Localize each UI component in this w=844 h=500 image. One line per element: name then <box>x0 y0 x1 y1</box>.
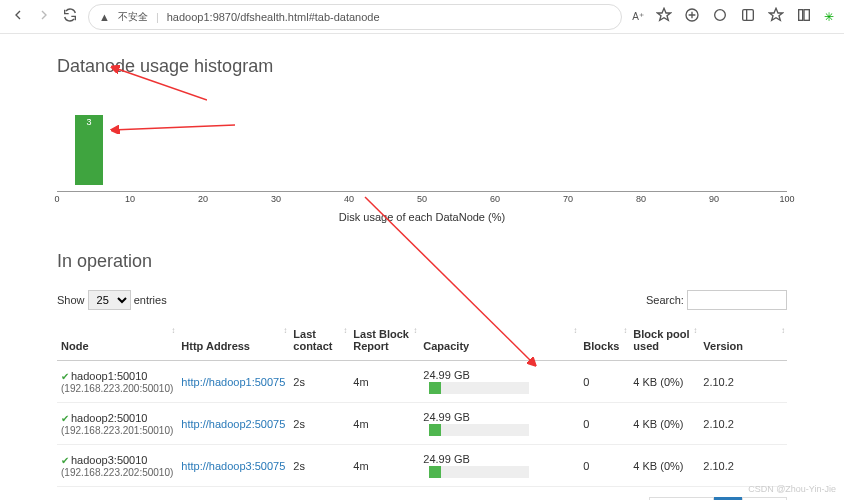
status-ok-icon: ✔ <box>61 371 69 382</box>
cell-blocks: 0 <box>579 445 629 487</box>
reload-icon[interactable] <box>62 7 78 26</box>
svg-rect-3 <box>799 10 803 21</box>
read-aloud-icon[interactable]: A⁺ <box>632 11 644 22</box>
status-ok-icon: ✔ <box>61 455 69 466</box>
watermark: CSDN @Zhou-Yin-Jie <box>748 484 836 494</box>
col-report[interactable]: Last Block Report↕ <box>349 320 419 361</box>
section-title-operation: In operation <box>57 251 787 272</box>
col-version[interactable]: Version↕ <box>699 320 787 361</box>
cell-contact: 2s <box>289 361 349 403</box>
node-ip: (192.168.223.201:50010) <box>61 425 173 436</box>
security-warning-text: 不安全 <box>118 10 148 24</box>
axis-tick: 100 <box>779 194 794 204</box>
node-name: hadoop3:50010 <box>71 454 147 466</box>
annotation-arrow-2 <box>107 120 237 140</box>
cell-blocks: 0 <box>579 361 629 403</box>
axis-tick: 0 <box>54 194 59 204</box>
col-http[interactable]: Http Address↕ <box>177 320 289 361</box>
status-ok-icon: ✔ <box>61 413 69 424</box>
svg-rect-4 <box>804 10 809 21</box>
svg-point-1 <box>715 10 726 21</box>
url-text: hadoop1:9870/dfshealth.html#tab-datanode <box>167 11 380 23</box>
capacity-bar <box>429 424 529 436</box>
axis-tick: 70 <box>563 194 573 204</box>
cell-version: 2.10.2 <box>699 361 787 403</box>
http-link[interactable]: http://hadoop3:50075 <box>181 460 285 472</box>
table-row: ✔hadoop1:50010(192.168.223.200:50010)htt… <box>57 361 787 403</box>
histogram-x-label: Disk usage of each DataNode (%) <box>57 211 787 223</box>
http-link[interactable]: http://hadoop1:50075 <box>181 376 285 388</box>
cell-pool: 4 KB (0%) <box>629 445 699 487</box>
svg-rect-2 <box>743 10 754 21</box>
favorites-icon[interactable] <box>768 7 784 26</box>
col-capacity[interactable]: Capacity↕ <box>419 320 579 361</box>
datanode-table: Node↕ Http Address↕ Last contact↕ Last B… <box>57 320 787 487</box>
col-node[interactable]: Node↕ <box>57 320 177 361</box>
cell-version: 2.10.2 <box>699 403 787 445</box>
axis-tick: 50 <box>417 194 427 204</box>
axis-tick: 10 <box>125 194 135 204</box>
col-contact[interactable]: Last contact↕ <box>289 320 349 361</box>
histogram-x-axis: 0102030405060708090100 <box>57 191 787 207</box>
cell-report: 4m <box>349 403 419 445</box>
cell-pool: 4 KB (0%) <box>629 361 699 403</box>
cell-contact: 2s <box>289 445 349 487</box>
cell-report: 4m <box>349 361 419 403</box>
table-row: ✔hadoop3:50010(192.168.223.202:50010)htt… <box>57 445 787 487</box>
star-icon[interactable] <box>656 7 672 26</box>
table-row: ✔hadoop2:50010(192.168.223.201:50010)htt… <box>57 403 787 445</box>
capacity-bar <box>429 466 529 478</box>
search-control: Search: <box>646 290 787 310</box>
extension-icon[interactable] <box>684 7 700 26</box>
node-ip: (192.168.223.202:50010) <box>61 467 173 478</box>
cell-capacity: 24.99 GB <box>419 361 579 403</box>
histogram-bar: 3 <box>75 115 103 185</box>
node-ip: (192.168.223.200:50010) <box>61 383 173 394</box>
cell-pool: 4 KB (0%) <box>629 403 699 445</box>
axis-tick: 90 <box>709 194 719 204</box>
cell-contact: 2s <box>289 403 349 445</box>
axis-tick: 60 <box>490 194 500 204</box>
node-name: hadoop2:50010 <box>71 412 147 424</box>
axis-tick: 20 <box>198 194 208 204</box>
back-icon[interactable] <box>10 7 26 26</box>
svg-line-6 <box>112 125 235 130</box>
plugin-icon[interactable]: ✳ <box>824 10 834 24</box>
col-pool[interactable]: Block pool used↕ <box>629 320 699 361</box>
node-name: hadoop1:50010 <box>71 370 147 382</box>
capacity-bar <box>429 382 529 394</box>
entries-control: Show 25 entries <box>57 290 167 310</box>
col-blocks[interactable]: Blocks↕ <box>579 320 629 361</box>
cell-report: 4m <box>349 445 419 487</box>
toolbar-right: A⁺ ✳ <box>632 7 834 26</box>
sync-icon[interactable] <box>712 7 728 26</box>
cell-capacity: 24.99 GB <box>419 445 579 487</box>
cell-blocks: 0 <box>579 403 629 445</box>
axis-tick: 80 <box>636 194 646 204</box>
search-input[interactable] <box>687 290 787 310</box>
cell-version: 2.10.2 <box>699 445 787 487</box>
security-warning-icon: ▲ <box>99 11 110 23</box>
histogram-chart: 3 <box>57 95 787 185</box>
section-title-histogram: Datanode usage histogram <box>57 56 787 77</box>
axis-tick: 40 <box>344 194 354 204</box>
http-link[interactable]: http://hadoop2:50075 <box>181 418 285 430</box>
address-bar[interactable]: ▲ 不安全 | hadoop1:9870/dfshealth.html#tab-… <box>88 4 622 30</box>
forward-icon[interactable] <box>36 7 52 26</box>
collections-icon[interactable] <box>796 7 812 26</box>
panel-icon[interactable] <box>740 7 756 26</box>
cell-capacity: 24.99 GB <box>419 403 579 445</box>
entries-select[interactable]: 25 <box>88 290 131 310</box>
axis-tick: 30 <box>271 194 281 204</box>
